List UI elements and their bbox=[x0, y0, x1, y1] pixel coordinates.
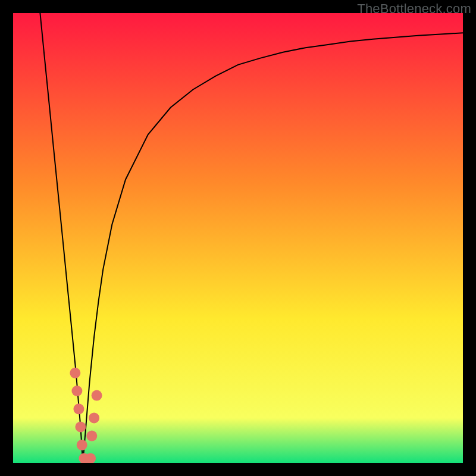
marker-right-2 bbox=[86, 431, 97, 441]
marker-left-5 bbox=[77, 440, 87, 450]
chart-stage: TheBottleneck.com bbox=[0, 0, 476, 476]
marker-left-4 bbox=[75, 422, 86, 433]
plot-area bbox=[13, 13, 463, 463]
marker-left-1 bbox=[70, 368, 80, 378]
marker-right-4 bbox=[92, 390, 102, 401]
bottleneck-chart bbox=[13, 13, 463, 463]
marker-left-3 bbox=[73, 403, 84, 414]
gradient-background bbox=[13, 13, 463, 463]
marker-right-3 bbox=[89, 412, 99, 423]
marker-left-2 bbox=[71, 386, 82, 396]
watermark-text: TheBottleneck.com bbox=[357, 1, 471, 17]
